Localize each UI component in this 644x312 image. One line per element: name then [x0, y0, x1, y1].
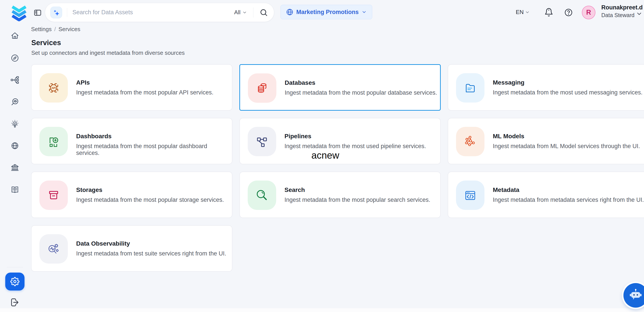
breadcrumb-services[interactable]: Services [58, 26, 80, 33]
service-card-description: Ingest metadata from test suite services… [76, 250, 226, 257]
globe-icon [286, 8, 294, 16]
service-card-title: Metadata [493, 187, 519, 194]
service-card-title: APIs [76, 79, 90, 86]
service-card-description: Ingest metadata from the most popular se… [284, 197, 430, 203]
breadcrumb-settings[interactable]: Settings [31, 26, 52, 33]
sidebar-toggle-button[interactable] [33, 8, 42, 17]
divider [7, 267, 23, 267]
notifications-button[interactable] [544, 7, 554, 17]
service-card-apis[interactable]: API APIs Ingest metadata from the most p… [31, 64, 232, 111]
service-card-dashboards[interactable]: Dashboards Ingest metadata from the most… [31, 118, 232, 164]
language-label: EN [516, 9, 524, 16]
divider [253, 8, 254, 18]
service-card-databases[interactable]: Databases Ingest metadata from the most … [240, 64, 441, 111]
search-icon[interactable] [260, 8, 268, 17]
sidebar [0, 25, 30, 312]
sidebar-item-govern[interactable] [10, 162, 20, 173]
sidebar-item-logout[interactable] [10, 297, 20, 307]
magnifier-eye-icon [10, 97, 20, 107]
service-card-title: Search [284, 187, 305, 194]
service-card-description: Ingest metadata from the most popular da… [285, 89, 437, 96]
page-subtitle: Set up connectors and ingest metadata fr… [31, 50, 185, 56]
services-grid: API APIs Ingest metadata from the most p… [31, 64, 644, 272]
ml-model-icon [456, 127, 484, 156]
service-card-description: Ingest metadata from metadata services r… [493, 197, 644, 203]
service-card-title: Databases [285, 79, 315, 86]
panel-toggle-icon [33, 9, 42, 17]
bank-icon [10, 163, 20, 173]
user-name: Rounakpreet.d [601, 4, 643, 11]
layers-logo-icon [10, 3, 28, 21]
breadcrumb: Settings / Services [31, 26, 80, 33]
code-window-icon [456, 181, 484, 210]
question-circle-icon [564, 8, 573, 17]
service-card-search[interactable]: Search Ingest metadata from the most pop… [240, 172, 441, 218]
search-scope-dropdown[interactable]: All [234, 9, 247, 16]
global-search-bar[interactable]: All [45, 3, 274, 22]
domain-label: Marketing Promotions [296, 9, 359, 16]
search-magnifier-icon [248, 181, 276, 210]
flow-branch-icon [10, 75, 20, 85]
service-card-title: Messaging [493, 79, 524, 86]
domain-selector[interactable]: Marketing Promotions [280, 5, 372, 19]
app-logo[interactable] [10, 3, 28, 21]
service-card-title: Data Observability [76, 240, 130, 247]
service-card-title: Pipelines [284, 133, 312, 140]
service-card-description: Ingest metadata from the most popular st… [76, 197, 224, 203]
open-book-icon [10, 185, 20, 194]
sidebar-item-insights[interactable] [10, 118, 20, 129]
service-card-title: Dashboards [76, 133, 112, 140]
avatar[interactable]: R [582, 6, 596, 19]
page-title: Services [31, 39, 61, 47]
app-screen: All Marketing Promotions EN [0, 0, 644, 312]
sidebar-item-domains[interactable] [10, 140, 20, 151]
stray-overlay-text: acnew [312, 150, 339, 161]
chevron-down-icon [242, 10, 247, 15]
service-card-metadata[interactable]: Metadata Ingest metadata from metadata s… [448, 172, 644, 218]
service-card-description: Ingest metadata from ML Model services t… [493, 143, 640, 150]
compass-icon [10, 53, 20, 63]
service-card-description: Ingest metadata from the most used messa… [493, 89, 642, 96]
service-card-description: Ingest metadata from the most used pipel… [284, 143, 426, 150]
service-card-messaging[interactable]: Messaging Ingest metadata from the most … [448, 64, 644, 111]
sidebar-item-settings[interactable] [5, 272, 24, 290]
observability-gear-icon [40, 234, 68, 264]
sidebar-item-lineage[interactable] [10, 75, 20, 85]
storage-box-icon [40, 181, 68, 210]
pipeline-icon [248, 127, 276, 156]
language-selector[interactable]: EN [516, 9, 530, 16]
chevron-down-icon [362, 10, 367, 15]
service-card-description: Ingest metadata from the most popular AP… [76, 89, 213, 96]
service-card-pipelines[interactable]: Pipelines Ingest metadata from the most … [240, 118, 441, 164]
service-card-data-observability[interactable]: Data Observability Ingest metadata from … [31, 225, 232, 272]
api-chip-icon: API [40, 73, 68, 103]
service-card-ml-models[interactable]: ML Models Ingest metadata from ML Model … [448, 118, 644, 164]
database-icon [248, 73, 276, 103]
sidebar-item-home[interactable] [10, 31, 20, 41]
home-icon [10, 31, 20, 41]
sidebar-item-glossary[interactable] [10, 184, 20, 195]
service-card-storages[interactable]: Storages Ingest metadata from the most p… [31, 172, 232, 218]
help-button[interactable] [564, 8, 573, 17]
bottom-strip [0, 308, 644, 312]
globe-icon [10, 141, 20, 150]
service-card-description: Ingest metadata from the most popular da… [76, 143, 232, 157]
ai-sparkles-icon[interactable] [50, 7, 62, 19]
chevron-down-icon[interactable] [636, 11, 642, 17]
logout-icon [10, 297, 20, 307]
assistant-chat-button[interactable] [624, 283, 644, 307]
sidebar-item-observability[interactable] [10, 97, 20, 107]
bell-icon [544, 8, 554, 17]
dashboard-icon [40, 127, 68, 156]
breadcrumb-separator: / [54, 26, 56, 33]
divider [67, 8, 67, 17]
messaging-folder-icon [456, 73, 484, 103]
search-scope-label: All [234, 9, 240, 16]
chevron-down-icon [525, 10, 530, 15]
search-input[interactable] [72, 9, 234, 16]
lightbulb-icon [10, 119, 20, 129]
service-card-title: Storages [76, 187, 102, 194]
robot-chat-icon [628, 288, 643, 302]
service-card-title: ML Models [493, 133, 524, 140]
sidebar-item-explore[interactable] [10, 53, 20, 63]
